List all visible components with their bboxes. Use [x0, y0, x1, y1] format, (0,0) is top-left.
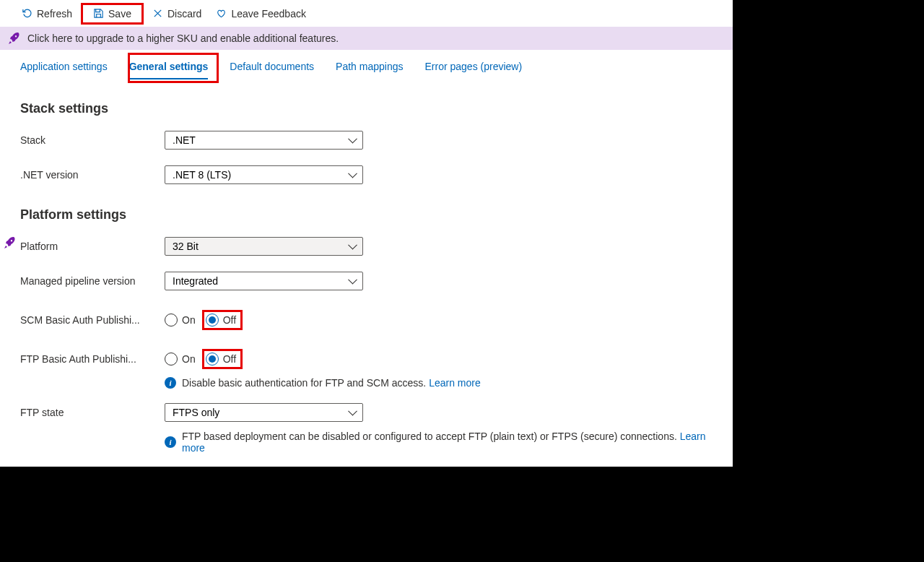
ftp-on-radio[interactable]: On — [165, 353, 196, 366]
scm-off-radio[interactable]: Off — [206, 314, 236, 327]
section-stack-settings: Stack settings — [20, 101, 712, 116]
stack-label: Stack — [20, 134, 165, 146]
save-button[interactable]: Save — [81, 3, 144, 25]
pipeline-label: Managed pipeline version — [20, 275, 165, 287]
radio-icon — [165, 314, 178, 327]
tab-application-settings[interactable]: Application settings — [20, 61, 108, 79]
stack-select[interactable]: .NET — [165, 131, 363, 150]
tab-general-settings[interactable]: General settings — [129, 61, 209, 79]
toolbar: Refresh Save Discard Leave Feedback — [0, 0, 733, 27]
basicauth-info: i Disable basic authentication for FTP a… — [165, 377, 712, 389]
netversion-select[interactable]: .NET 8 (LTS) — [165, 165, 363, 184]
refresh-button[interactable]: Refresh — [16, 5, 78, 22]
section-platform-settings: Platform settings — [20, 207, 712, 222]
tab-default-documents[interactable]: Default documents — [230, 61, 314, 79]
heart-icon — [216, 8, 227, 19]
discard-label: Discard — [167, 8, 201, 20]
netversion-label: .NET version — [20, 169, 165, 181]
rocket-icon — [4, 237, 16, 248]
banner-text: Click here to upgrade to a higher SKU an… — [27, 33, 339, 44]
content: Stack settings Stack .NET .NET version .… — [0, 79, 733, 474]
ftp-radio-group: On Off — [165, 353, 236, 366]
save-label: Save — [108, 8, 131, 20]
refresh-label: Refresh — [37, 8, 72, 20]
radio-icon — [206, 314, 219, 327]
platform-label: Platform — [20, 241, 165, 252]
scm-label: SCM Basic Auth Publishi... — [20, 314, 165, 326]
learn-more-link[interactable]: Learn more — [429, 377, 481, 389]
save-icon — [93, 8, 104, 19]
tab-error-pages[interactable]: Error pages (preview) — [424, 61, 522, 79]
ftpstate-label: FTP state — [20, 407, 165, 418]
feedback-button[interactable]: Leave Feedback — [210, 5, 312, 22]
info-icon: i — [165, 436, 176, 448]
pipeline-select[interactable]: Integrated — [165, 272, 363, 290]
refresh-icon — [22, 8, 32, 19]
scm-radio-group: On Off — [165, 314, 236, 327]
feedback-label: Leave Feedback — [231, 8, 306, 20]
radio-icon — [165, 353, 178, 366]
ftpstate-info: i FTP based deployment can be disabled o… — [165, 431, 712, 454]
rocket-icon — [9, 33, 20, 44]
ftpstate-select[interactable]: FTPS only — [165, 403, 363, 422]
discard-icon — [152, 8, 163, 19]
scm-on-radio[interactable]: On — [165, 314, 196, 327]
ftp-off-radio[interactable]: Off — [206, 353, 236, 366]
ftp-label: FTP Basic Auth Publishi... — [20, 353, 165, 365]
discard-button[interactable]: Discard — [147, 5, 207, 22]
platform-select[interactable]: 32 Bit — [165, 237, 363, 256]
tab-path-mappings[interactable]: Path mappings — [336, 61, 403, 79]
radio-icon — [206, 353, 219, 366]
info-icon: i — [165, 377, 176, 389]
upgrade-banner[interactable]: Click here to upgrade to a higher SKU an… — [0, 27, 733, 50]
tabs: Application settings General settings De… — [0, 50, 733, 79]
